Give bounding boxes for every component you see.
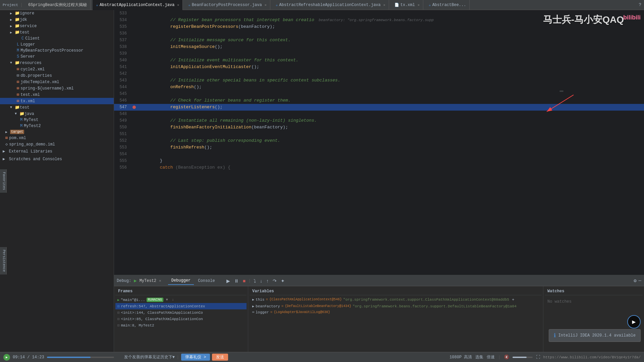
thread-nav-down[interactable]: ↓ [172,298,174,302]
thread-dropdown[interactable]: ▼ [166,298,168,302]
expand-logger[interactable]: ∞ [252,310,254,314]
sidebar-item-mytest2[interactable]: M MyTest2 [0,123,114,129]
var-val-beanfactory: "org.springframework.beans.factory.suppo… [353,304,516,308]
gutter-553 [131,144,138,151]
collection-btn[interactable]: 选集 [475,354,483,360]
sidebar-item-client[interactable]: ▶ C Client [0,36,114,42]
tab-debugger[interactable]: Debugger [168,277,194,285]
sidebar-item-jdbcxml[interactable]: ⊞ jdbcTemplate.xml [0,79,114,85]
debug-evaluate-btn[interactable]: ✦ [279,278,286,284]
frame-item-0[interactable]: ⊡ refresh:547, AbstractApplicationContex [115,303,247,309]
code-scroll[interactable]: 533 534 // Register bean processors that… [114,10,644,275]
video-play-button[interactable]: ▶ [3,354,10,361]
debug-step-out-btn[interactable]: ↑ [265,278,270,284]
sidebar-item-server[interactable]: S Server [0,54,114,60]
java-icon-mytest2: M [20,124,22,128]
arrow-icon-resources: ▼ [10,61,15,65]
expand-beanfactory[interactable]: ▶ [252,304,254,308]
debug-step-into-btn[interactable]: ↓ [259,278,264,284]
debug-pause-btn[interactable]: ⏸ [233,278,240,284]
sidebar-item-mybeanfactory[interactable]: M MyBeanFactoryPostProcessor [0,48,114,54]
frame-item-2[interactable]: ⊡ <init>:85, ClassPathXmlApplicationCon [115,316,247,322]
sidebar-item-scratches[interactable]: ▶ Scratches and Consoles [0,155,114,163]
subtitle-btn[interactable]: 发个友善的弹幕见证历史下▼ [124,354,175,360]
close-icon-4[interactable]: ✕ [418,3,420,7]
debug-resume-btn[interactable]: ▶ [225,278,231,284]
expand-this[interactable]: ▶ [252,298,254,302]
sidebar-item-testxml[interactable]: ⊞ test.xml [0,92,114,98]
sidebar-item-pomxml[interactable]: ⊞ pom.xml [0,135,114,141]
fullscreen-btn[interactable]: ⛶ [536,355,540,360]
sidebar-item-service[interactable]: ▶ 📁 service [0,23,114,29]
code-line-555: 555 } [114,158,644,164]
help-icon[interactable]: ? [639,2,641,7]
var-type-this: {ClassPathXmlApplicationContext@546} [269,298,342,301]
gutter-540 [131,57,138,64]
debug-stop-btn[interactable]: ■ [241,278,247,284]
code-content-548 [138,111,644,117]
sidebar-item-dbprops[interactable]: ⊟ db.properties [0,72,114,79]
java-file-icon-5: ☕ [429,3,431,7]
sidebar-item-java-folder[interactable]: ▼ 📁 java [0,111,114,117]
sidebar-item-iml[interactable]: ◇ spring_aop_demo.iml [0,141,114,147]
close-debug-icon[interactable]: ✕ [159,279,161,283]
volume-bar[interactable] [513,357,533,358]
resume-icon[interactable]: ▶ [134,278,137,284]
code-line-541: 541 initApplicationEventMulticaster(); [114,64,644,70]
gutter-545 [131,90,138,97]
sidebar-label-client: Client [25,36,40,41]
tab-tx-xml[interactable]: 📄 tx.xml ✕ [391,0,423,10]
debug-run-cursor-btn[interactable]: ↷ [271,278,278,284]
debug-header-right: ⚙ — [634,278,641,284]
sidebar-label-pomxml: pom.xml [9,136,26,140]
danmu-send-area[interactable]: 弹幕礼仪 > [181,354,210,361]
debug-minimize-icon[interactable]: — [639,278,641,284]
tab-label-2: BeanFactoryPostProcessor.java [192,3,262,7]
tab-AbstractApplicationContext[interactable]: ☕ AbstractApplicationContext.java ✕ [93,0,183,10]
debug-step-over-btn[interactable]: ⤵ [252,278,257,284]
folder-icon-target: target [10,130,24,134]
close-icon-3[interactable]: ✕ [383,3,385,7]
sidebar-item-jdk[interactable]: ▶ 📁 jdk [0,16,114,23]
tab-console[interactable]: Console [195,277,218,285]
debug-settings-icon[interactable]: ⚙ [634,278,636,284]
var-item-this: ▶ this = {ClassPathXmlApplicationContext… [250,297,542,303]
favorites-tab[interactable]: Favorites [0,169,7,193]
sidebar-item-springxml[interactable]: ⊞ spring-${username}.xml [0,85,114,92]
gutter-548 [131,111,138,117]
tab-window-title[interactable]: 6SpringBean实例化过程大揭秘 [25,0,91,10]
favorites-label: Favorites [2,172,6,190]
var-copy-this[interactable]: + [512,298,514,302]
frame-item-1[interactable]: ⊡ <init>:144, ClassPathXmlApplicationCo [115,309,247,316]
arrow-icon-java: ▼ [15,112,19,116]
gutter-552 [131,137,138,144]
close-icon-2[interactable]: ✕ [265,3,267,7]
tab-BeanFactoryPostProcessor[interactable]: ☕ BeanFactoryPostProcessor.java ✕ [185,0,270,10]
java-file-icon-2: ☕ [188,3,191,7]
sidebar-item-ignore[interactable]: ▶ 📁 ignore [0,10,114,16]
sidebar-item-external-libraries[interactable]: ▶ External Libraries [0,147,114,155]
speed-btn[interactable]: 倍速 [487,354,495,360]
send-btn[interactable]: 发送 [212,354,228,361]
tab-AbstractBee[interactable]: ☕ AbstractBee... [425,0,470,10]
tab-AbstractRefreshable[interactable]: ☕ AbstractRefreshableApplicationContext.… [272,0,389,10]
sidebar-item-logger[interactable]: L Logger [0,42,114,48]
sidebar-item-cycle2xml[interactable]: ⊞ cycle2.xml [0,66,114,72]
sidebar-item-mytest[interactable]: M MyTest [0,117,114,123]
var-item-beanfactory: ▶ beanFactory = {DefaultListableBeanFact… [250,303,542,309]
video-replay-btn[interactable]: ▶ [627,315,641,328]
persistence-tab[interactable]: Persistence [0,247,7,275]
frame-item-3[interactable]: ⊡ main:8, MyTest2 [115,322,247,328]
resolution-btn[interactable]: 1080P 高清 [449,354,472,360]
mute-btn[interactable]: 🔇 [504,355,509,360]
code-editor[interactable]: 533 534 // Register bean processors that… [114,10,644,275]
sidebar-item-test-src[interactable]: ▶ 📁 test [0,29,114,36]
sidebar-item-target[interactable]: ▶ target [0,129,114,135]
code-line-543: 543 // Initialize other special beans in… [114,77,644,84]
close-icon-1[interactable]: ✕ [177,3,179,7]
sidebar-label-test-src: test [20,30,30,35]
sidebar-item-resources[interactable]: ▼ 📁 resources [0,60,114,66]
sidebar-item-test-folder[interactable]: ▼ 📁 test [0,104,114,111]
sidebar-item-txxml[interactable]: ⊞ tx.xml [0,98,114,104]
java-icon-client: C [21,36,24,41]
